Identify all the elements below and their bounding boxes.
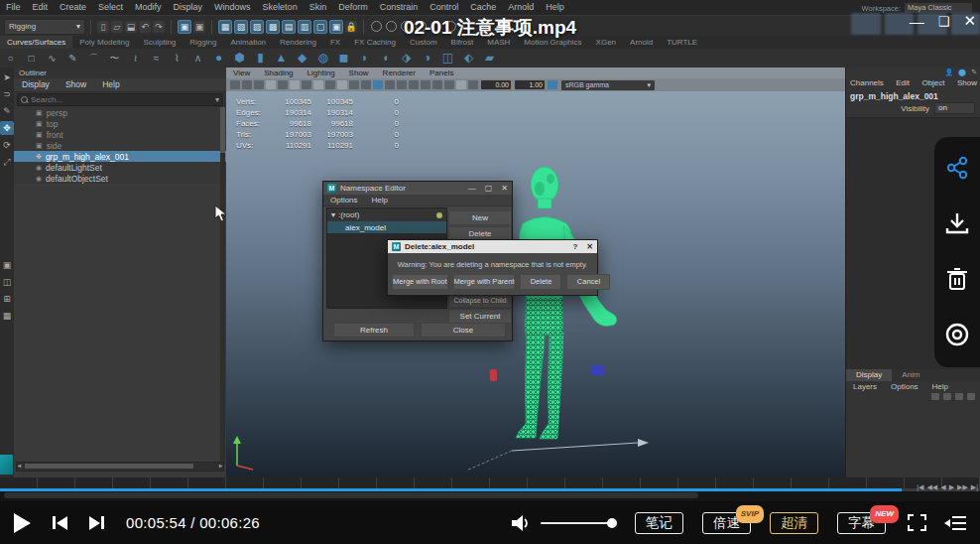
vp-grease-pencil-icon[interactable] xyxy=(290,80,300,89)
volume-icon[interactable] xyxy=(511,514,531,532)
cb-menu-edit[interactable]: Edit xyxy=(896,77,910,89)
maya-time-slider[interactable] xyxy=(0,477,980,488)
vp-xray-icon[interactable] xyxy=(456,80,466,89)
attribute-value-field[interactable]: on xyxy=(934,102,975,114)
volume-knob[interactable] xyxy=(607,518,617,528)
outliner-item-lightset[interactable]: ◉defaultLightSet xyxy=(14,162,226,173)
play-button[interactable] xyxy=(14,513,31,533)
outliner-item-front[interactable]: ▣front xyxy=(14,129,226,140)
bevel-tool-icon[interactable]: ⬖ xyxy=(458,49,479,68)
channel-box-object-name[interactable]: grp_m_high_alex_001 xyxy=(846,89,980,102)
new-scene-icon[interactable]: ▯ xyxy=(97,21,109,33)
vp-menu-lighting[interactable]: Lighting xyxy=(301,68,342,78)
menu-display[interactable]: Display xyxy=(168,0,209,15)
minimize-window-icon[interactable]: — xyxy=(910,13,924,30)
bridge-tool-icon[interactable]: ▰ xyxy=(479,49,500,68)
save-scene-icon[interactable]: ⬓ xyxy=(125,21,137,33)
cb-menu-show[interactable]: Show xyxy=(957,77,977,89)
step-forward-icon[interactable]: ▶▶ xyxy=(957,482,968,492)
delete-button[interactable]: Delete xyxy=(520,274,561,290)
vp-image-plane-icon[interactable] xyxy=(266,80,276,89)
snap-plane-icon[interactable]: ▩ xyxy=(266,20,280,34)
lock-icon[interactable]: 🔒 xyxy=(345,21,357,33)
step-back-key-icon[interactable]: ◀◀ xyxy=(926,482,937,492)
vp-color-management-icon[interactable] xyxy=(548,80,557,89)
sphere-tool-icon[interactable]: ● xyxy=(208,49,229,68)
menu-windows[interactable]: Windows xyxy=(208,0,257,15)
outliner-menu-help[interactable]: Help xyxy=(94,78,127,91)
ns-close-button[interactable]: Close xyxy=(421,323,506,338)
curve-edit-icon[interactable]: ≀ xyxy=(125,49,146,68)
circle-tool-icon[interactable]: ○ xyxy=(0,49,21,68)
vp-safe-action-icon[interactable] xyxy=(361,80,371,89)
playlist-icon[interactable] xyxy=(944,515,966,531)
outliner-search[interactable]: Search... ▾ xyxy=(14,92,226,107)
menu-create[interactable]: Create xyxy=(54,0,92,15)
blue-locator[interactable] xyxy=(591,365,604,375)
vp-2d-pan-icon[interactable] xyxy=(278,80,288,89)
vp-gate-mask-icon[interactable] xyxy=(337,80,347,89)
vp-shadows-icon[interactable] xyxy=(421,80,430,89)
layer-icon[interactable] xyxy=(967,393,975,400)
vp-menu-shading[interactable]: Shading xyxy=(257,68,300,78)
red-locator[interactable] xyxy=(490,369,497,381)
delete-video-button[interactable] xyxy=(946,254,968,304)
previous-button[interactable] xyxy=(53,516,67,530)
cylinder-tool-icon[interactable]: ▮ xyxy=(250,49,271,68)
go-to-start-icon[interactable]: |◀ xyxy=(917,482,923,492)
cone-tool-icon[interactable]: ▲ xyxy=(271,49,292,68)
detach-curve-icon[interactable]: ⌇ xyxy=(167,49,187,68)
render-icon[interactable] xyxy=(371,21,382,32)
go-to-end-icon[interactable]: ▶| xyxy=(971,482,978,492)
scroll-right-icon[interactable]: ▸ xyxy=(219,463,222,470)
vp-menu-renderer[interactable]: Renderer xyxy=(376,68,423,78)
menuset-dropdown[interactable]: Rigging▾ xyxy=(4,19,85,35)
shelf-tab[interactable]: Arnold xyxy=(623,36,660,49)
volume-control[interactable] xyxy=(511,514,616,532)
construction-history-icon[interactable]: ▣ xyxy=(329,20,343,34)
view-transform-dropdown[interactable]: sRGB gamma▾ xyxy=(561,80,655,90)
curve-tool-icon[interactable]: ∿ xyxy=(42,49,62,68)
outliner-item-top[interactable]: ▣top xyxy=(14,118,226,129)
menu-modify[interactable]: Modify xyxy=(129,0,168,15)
menu-constrain[interactable]: Constrain xyxy=(374,0,425,15)
vp-shaded-icon[interactable] xyxy=(385,80,395,89)
subtitle-button[interactable]: 字幕 NEW xyxy=(837,512,886,534)
step-back-icon[interactable]: ◀ xyxy=(940,482,945,492)
outliner-menu-show[interactable]: Show xyxy=(58,78,94,91)
cancel-button[interactable]: Cancel xyxy=(566,274,610,290)
layer-menu-options[interactable]: Options xyxy=(884,381,925,393)
namespace-editor-titlebar[interactable]: M Namespace Editor — ▢ ✕ xyxy=(323,182,512,195)
menu-cache[interactable]: Cache xyxy=(464,0,502,15)
menu-file[interactable]: File xyxy=(0,0,27,15)
ns-new-button[interactable]: New xyxy=(448,210,512,225)
vp-isolate-icon[interactable] xyxy=(468,80,478,89)
input-ops-icon[interactable]: ▢ xyxy=(313,20,327,34)
select-by-object-icon[interactable]: ▣ xyxy=(193,21,205,33)
snap-point-icon[interactable]: ▨ xyxy=(250,20,264,34)
vp-menu-view[interactable]: View xyxy=(226,68,257,78)
undo-icon[interactable]: ↶ xyxy=(139,21,151,33)
vp-ao-icon[interactable] xyxy=(432,80,442,89)
shelf-tab[interactable]: XGen xyxy=(589,36,623,49)
dialog-titlebar[interactable]: M Delete:alex_model ? ✕ xyxy=(388,240,597,253)
shelf-tab[interactable]: Animation xyxy=(223,36,273,49)
layout-two-pane-icon[interactable]: ◫ xyxy=(0,275,14,289)
shelf-tab[interactable]: TURTLE xyxy=(660,36,704,49)
shelf-tab[interactable]: Rendering xyxy=(273,36,323,49)
layout-outliner-icon[interactable]: ▦ xyxy=(0,309,14,323)
ns-menu-help[interactable]: Help xyxy=(365,195,395,205)
insert-knot-icon[interactable]: ʌ xyxy=(187,49,208,68)
share-button[interactable] xyxy=(945,143,969,193)
snap-grid-icon[interactable]: ▦ xyxy=(218,20,232,34)
shelf-tab[interactable]: FX xyxy=(323,36,347,49)
outliner-item-side[interactable]: ▣side xyxy=(14,140,226,151)
tab-anim[interactable]: Anim xyxy=(892,369,929,381)
rotate-tool-icon[interactable]: ⟳ xyxy=(0,138,14,152)
shelf-tab[interactable]: Poly Modeling xyxy=(72,36,136,49)
record-button[interactable] xyxy=(944,310,970,359)
vp-camera-icon[interactable] xyxy=(230,80,240,89)
ipr-render-icon[interactable] xyxy=(386,21,397,32)
menu-select[interactable]: Select xyxy=(92,0,129,15)
torus-tool-icon[interactable]: ◍ xyxy=(312,49,333,68)
